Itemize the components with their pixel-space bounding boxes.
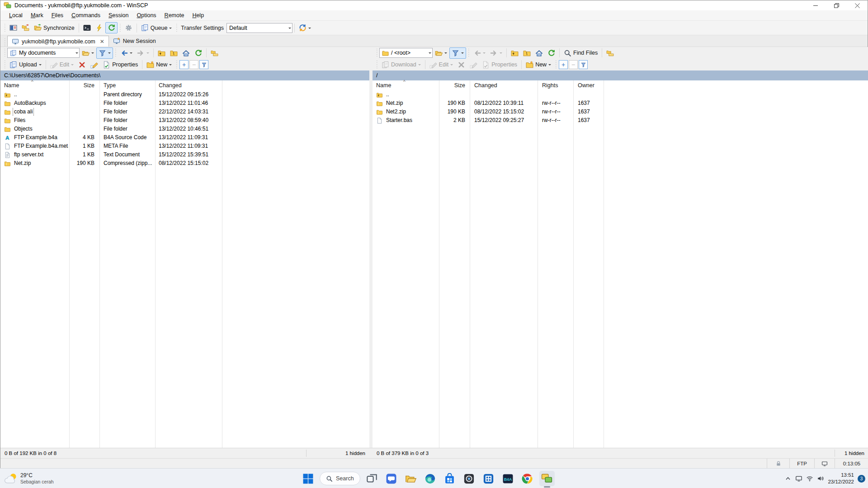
menu-session[interactable]: Session	[104, 11, 132, 20]
column-header-size[interactable]: Size	[69, 80, 97, 90]
file-row[interactable]: FTP Example.b4a4 KBB4A Source Code13/12/…	[0, 133, 369, 142]
local-copy-path-button[interactable]	[208, 47, 221, 59]
local-open-directory-button[interactable]	[80, 47, 96, 59]
toolbar-grip[interactable]	[555, 61, 557, 69]
toolbar-grip[interactable]	[119, 24, 121, 32]
column-header-size[interactable]: Size	[439, 80, 468, 90]
column-header-changed[interactable]: Changed	[472, 80, 537, 90]
open-console-button[interactable]	[81, 22, 93, 33]
toolbar-grip[interactable]	[176, 61, 177, 69]
remote-open-directory-button[interactable]	[433, 47, 449, 59]
sync-browsing-button[interactable]	[19, 22, 32, 33]
local-forward-button[interactable]	[135, 47, 151, 59]
remote-delete-button[interactable]	[455, 59, 467, 70]
add-to-queue-button[interactable]	[93, 22, 105, 33]
file-row[interactable]: Net2.zip190 KB08/12/2022 15:15:02rw-r--r…	[373, 108, 868, 116]
keep-remote-up-to-date-button[interactable]	[105, 22, 118, 33]
menu-options[interactable]: Options	[133, 11, 160, 20]
chevron-up-icon[interactable]	[784, 475, 792, 482]
local-selection-filter-button[interactable]	[199, 60, 208, 69]
task-view-button[interactable]	[364, 471, 380, 486]
toolbar-grip[interactable]	[4, 49, 5, 57]
file-row[interactable]: ..	[373, 90, 868, 99]
column-divider[interactable]	[439, 80, 439, 448]
queue-button[interactable]: Queue	[139, 22, 175, 33]
close-button[interactable]	[847, 0, 868, 10]
column-header-changed[interactable]: Changed	[157, 80, 221, 90]
toolbar-grip[interactable]	[4, 61, 5, 69]
protocol-status[interactable]: FTP	[789, 459, 814, 469]
session-tab-active[interactable]: yukmobil@ftp.yukmobile.com ✕	[7, 36, 109, 47]
remote-root-directory-button[interactable]	[521, 47, 533, 59]
store-button[interactable]	[442, 471, 458, 486]
toolbar-grip[interactable]	[4, 38, 5, 47]
local-refresh-button[interactable]	[192, 47, 204, 59]
file-row[interactable]: AutoBackupsFile folder13/12/2022 11:01:4…	[0, 99, 369, 108]
synchronize-button[interactable]: Synchronize	[32, 22, 77, 33]
menu-files[interactable]: Files	[47, 11, 67, 20]
local-delete-button[interactable]	[76, 59, 88, 70]
local-rename-button[interactable]	[88, 59, 100, 70]
preferences-button[interactable]	[123, 22, 135, 33]
chat-button[interactable]	[384, 471, 399, 486]
column-header-owner[interactable]: Owner	[576, 80, 602, 90]
remote-properties-button[interactable]: Properties	[480, 59, 519, 70]
file-row[interactable]: ..Parent directory15/12/2022 09:15:26	[0, 90, 369, 99]
menu-help[interactable]: Help	[188, 11, 208, 20]
column-divider[interactable]	[538, 80, 538, 448]
clock[interactable]: 13:51 23/12/2022	[828, 472, 854, 485]
file-row[interactable]: FilesFile folder13/12/2022 08:59:40	[0, 116, 369, 125]
toolbar-grip[interactable]	[4, 24, 5, 32]
local-unselect-files-button[interactable]: −	[189, 60, 198, 69]
local-address-bar[interactable]: C:\Users\62857\OneDrive\Documents\	[0, 70, 369, 80]
remote-new-button[interactable]: New	[524, 59, 553, 70]
panel-splitter[interactable]	[369, 70, 373, 448]
menu-mark[interactable]: Mark	[27, 11, 47, 20]
remote-back-button[interactable]	[471, 47, 488, 59]
remote-copy-path-button[interactable]	[604, 47, 616, 59]
remote-unselect-files-button[interactable]: −	[569, 60, 578, 69]
download-button[interactable]: Download	[379, 59, 423, 70]
volume-icon[interactable]	[817, 475, 824, 482]
upload-button[interactable]: Upload	[7, 59, 44, 70]
edge-button[interactable]	[423, 471, 438, 486]
b4a-app-button[interactable]	[500, 471, 516, 486]
restore-button[interactable]	[826, 0, 847, 10]
column-divider[interactable]	[604, 80, 604, 448]
encryption-status[interactable]	[767, 459, 789, 469]
local-edit-button[interactable]: Edit	[48, 59, 76, 70]
start-button[interactable]	[300, 471, 316, 486]
transfer-settings-combo[interactable]: Default	[226, 23, 292, 33]
file-row[interactable]: Net.zip190 KBCompressed (zipp...08/12/20…	[0, 159, 369, 168]
menu-remote[interactable]: Remote	[160, 11, 189, 20]
column-divider[interactable]	[573, 80, 574, 448]
local-drive-combo[interactable]: My documents	[7, 48, 80, 58]
remote-address-bar[interactable]: /	[373, 70, 868, 80]
winscp-taskbar-button[interactable]	[539, 471, 555, 486]
file-row[interactable]: ObjectsFile folder13/12/2022 10:46:51	[0, 125, 369, 133]
chrome-button[interactable]	[520, 471, 535, 486]
toggle-panels-button[interactable]	[7, 22, 19, 33]
toolbar-grip[interactable]	[176, 24, 177, 32]
file-row[interactable]: Net.zip190 KB08/12/2022 10:39:11rw-r--r-…	[373, 99, 868, 108]
transfer-options-button[interactable]	[297, 22, 313, 33]
remote-forward-button[interactable]	[488, 47, 505, 59]
file-row[interactable]: Starter.bas2 KB15/12/2022 09:25:27rw-r--…	[373, 116, 868, 125]
find-files-button[interactable]: Find Files	[561, 47, 600, 59]
remote-refresh-button[interactable]	[545, 47, 557, 59]
toolbar-grip[interactable]	[376, 49, 377, 57]
toolbar-grip[interactable]	[376, 61, 377, 69]
remote-filter-button[interactable]	[449, 47, 466, 59]
local-new-button[interactable]: New	[144, 59, 174, 70]
wifi-icon[interactable]	[806, 475, 813, 482]
close-tab-icon[interactable]: ✕	[100, 38, 104, 45]
weather-widget[interactable]: 29°C Sebagian cerah	[5, 469, 54, 488]
network-icon[interactable]	[795, 475, 802, 482]
file-row[interactable]: FTP Example.b4a.meta1 KBMETA File13/12/2…	[0, 142, 369, 150]
remote-rename-button[interactable]	[467, 59, 480, 70]
local-home-directory-button[interactable]	[180, 47, 192, 59]
column-divider[interactable]	[470, 80, 470, 448]
column-header-rights[interactable]: Rights	[540, 80, 572, 90]
photos-app-button[interactable]	[462, 471, 477, 486]
toolbar-grip[interactable]	[115, 49, 116, 57]
